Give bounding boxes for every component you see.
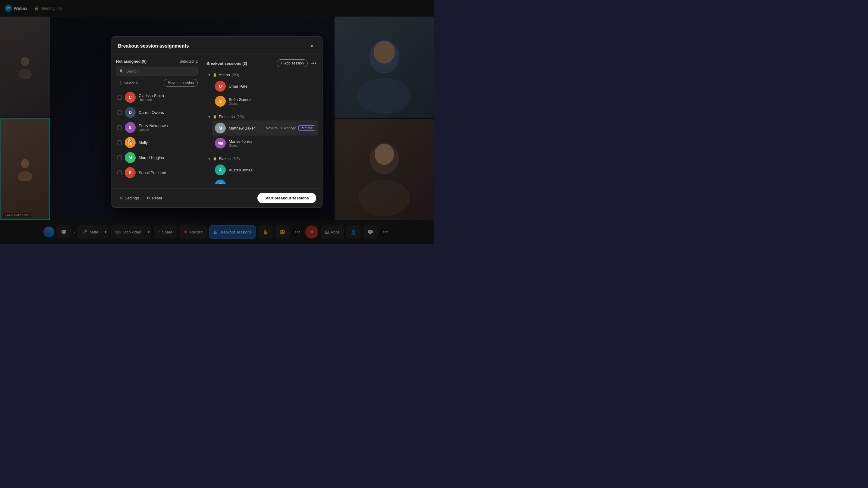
session-member[interactable]: S Sofia Gomez Guest [212,94,318,109]
member-name: Marise Torres [229,139,315,144]
participant-name: Darren Owens [138,110,196,115]
right-panel: Breakout sessions (3) + Add session ••• … [202,55,322,188]
participant-info: Darren Owens [138,110,196,115]
member-name-matthew: Matthew Baker [229,126,261,130]
participant-info: Clarissa Smith Host, me [138,93,196,101]
participant-info: Emily Nakagawa Cohost [138,124,196,132]
member-role: Guest [229,102,315,105]
sessions-more-options-button[interactable]: ••• [310,59,318,67]
session-member[interactable]: Ma Marise Torres Guest [212,135,318,151]
session-header-einsteins[interactable]: ▼ 🔒 Einsteins (2/3) [207,113,318,121]
participant-row[interactable]: 🐕 Molly [116,135,198,150]
participant-info: Sonali Pritchard [138,170,196,175]
right-panel-header: Breakout sessions (3) + Add session ••• [207,59,318,67]
avatar: C [125,92,135,103]
reset-label: Reset [152,196,162,200]
participant-name: Clarissa Smith [138,93,196,98]
session-name-einsteins: Einsteins [219,115,235,119]
session-member[interactable]: U Umar Patel [212,78,318,94]
avatar: 🐕 [125,137,135,148]
add-session-button[interactable]: + Add session [277,59,308,67]
session-member[interactable]: I Isabelle Brennan [212,177,318,184]
avatar: U [215,81,226,92]
breakout-sessions-title: Breakout sessions (3) [207,61,247,66]
avatar: S [125,167,135,178]
modal-header: Breakout session assignments × [112,36,322,55]
start-breakout-button[interactable]: Start breakout sessions [257,193,316,203]
avatar: M [125,152,135,163]
modal-overlay: Breakout session assignments × Not assig… [0,0,434,244]
exchange-link[interactable]: Exchange [280,126,297,130]
left-panel: Not assigned (6) Selected: 2 🔍 Select al… [112,55,202,188]
chevron-down-icon: ▼ [208,157,211,161]
participant-info: Isabelle Brennan [229,183,315,184]
member-name: Austen Jones [229,168,315,172]
participant-row[interactable]: S Sonali Pritchard [116,165,198,180]
participant-info: Matthew Baker [229,126,261,130]
session-member-matthew[interactable]: M Matthew Baker Move to Exchange Remove [212,121,318,135]
search-icon: 🔍 [119,69,124,73]
session-name-blazes: Blazes [219,156,230,161]
avatar: Ma [215,138,226,149]
participant-checkbox[interactable] [117,125,122,130]
session-member[interactable]: A Austen Jones [212,162,318,177]
member-name: Isabelle Brennan [229,183,315,184]
select-all-row: Select all Move to session [116,79,198,87]
reset-button[interactable]: ↺ Reset [145,194,164,202]
select-all-checkbox[interactable] [116,81,121,85]
sessions-container: ▼ 🔒 Astros (2/3) U Umar Patel [207,71,318,184]
participant-checkbox[interactable] [117,170,122,175]
participant-role: Host, me [138,98,196,101]
session-group-blazes: ▼ 🔒 Blazes (3/3) A Austen Jones [207,155,318,184]
participant-row[interactable]: M Murad Higgins [116,150,198,165]
settings-icon: ⚙ [119,196,123,200]
lock-icon: 🔒 [213,157,217,161]
session-count-astros: (2/3) [232,73,239,77]
participant-info: Sofia Gomez Guest [229,97,315,105]
avatar: S [215,96,226,107]
chevron-down-icon: ▼ [208,73,211,77]
avatar: E [125,122,135,133]
member-role: Guest [229,144,315,147]
participant-checkbox[interactable] [117,156,122,160]
member-name: Umar Patel [229,84,315,89]
settings-button[interactable]: ⚙ Settings [118,194,141,202]
member-name: Sofia Gomez [229,97,315,102]
participant-checkbox[interactable] [117,95,122,100]
settings-label: Settings [125,196,139,200]
plus-icon: + [281,61,283,65]
footer-left: ⚙ Settings ↺ Reset [118,194,164,202]
move-to-link[interactable]: Move to [265,126,279,130]
participant-info: Umar Patel [229,84,315,89]
selected-count: Selected: 2 [180,59,198,64]
breakout-modal: Breakout session assignments × Not assig… [112,36,322,208]
participant-checkbox[interactable] [117,140,122,145]
remove-button[interactable]: Remove [299,125,315,131]
participant-name: Murad Higgins [138,156,196,160]
search-box: 🔍 [116,67,198,76]
move-to-session-button[interactable]: Move to session [164,79,198,87]
participant-info: Murad Higgins [138,156,196,160]
participant-list: C Clarissa Smith Host, me D Darren Owens [116,90,198,184]
session-count-blazes: (3/3) [232,157,240,161]
participant-checkbox[interactable] [117,110,122,115]
participant-info: Marise Torres Guest [229,139,315,147]
left-panel-header: Not assigned (6) Selected: 2 [116,59,198,64]
participant-row[interactable]: D Darren Owens [116,105,198,120]
session-header-blazes[interactable]: ▼ 🔒 Blazes (3/3) [207,155,318,162]
modal-close-button[interactable]: × [308,42,316,50]
lock-icon: 🔒 [213,115,217,119]
avatar: I [215,180,226,184]
participant-name: Molly [138,140,196,145]
avatar: A [215,164,226,175]
participant-row[interactable]: E Emily Nakagawa Cohost [116,120,198,135]
participant-row[interactable]: C Clarissa Smith Host, me [116,90,198,105]
session-header-astros[interactable]: ▼ 🔒 Astros (2/3) [207,71,318,78]
search-input[interactable] [126,69,194,73]
select-all-label: Select all [124,81,161,85]
session-group-einsteins: ▼ 🔒 Einsteins (2/3) M Matthew Baker [207,113,318,151]
member-actions: Move to Exchange Remove [265,125,315,131]
participant-name: Emily Nakagawa [138,124,196,128]
modal-title: Breakout session assignments [118,43,189,49]
reset-icon: ↺ [147,196,150,200]
